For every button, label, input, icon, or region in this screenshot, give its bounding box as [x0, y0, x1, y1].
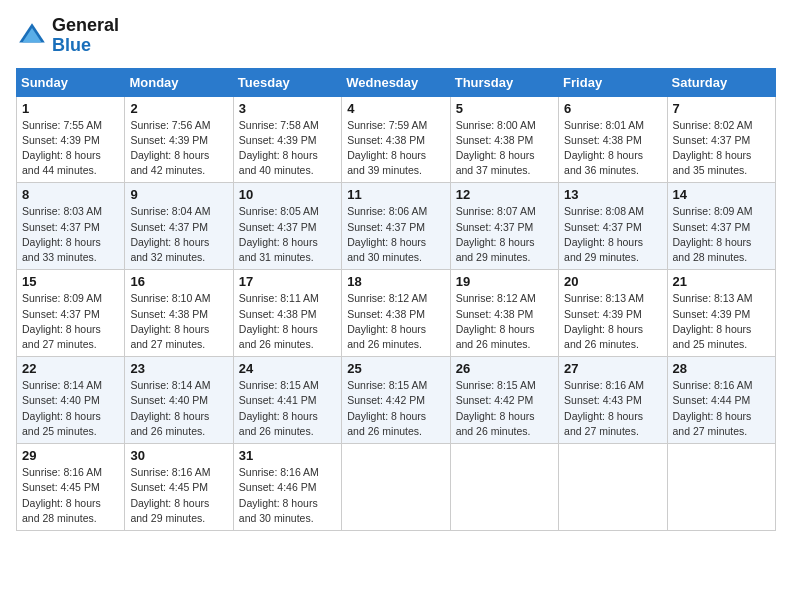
calendar-cell: 30Sunrise: 8:16 AMSunset: 4:45 PMDayligh…: [125, 444, 233, 531]
day-info: Sunrise: 8:07 AMSunset: 4:37 PMDaylight:…: [456, 205, 536, 263]
calendar-cell: 25Sunrise: 8:15 AMSunset: 4:42 PMDayligh…: [342, 357, 450, 444]
calendar-cell: 9Sunrise: 8:04 AMSunset: 4:37 PMDaylight…: [125, 183, 233, 270]
day-info: Sunrise: 7:55 AMSunset: 4:39 PMDaylight:…: [22, 119, 102, 177]
calendar-cell: 7Sunrise: 8:02 AMSunset: 4:37 PMDaylight…: [667, 96, 775, 183]
calendar-cell: 10Sunrise: 8:05 AMSunset: 4:37 PMDayligh…: [233, 183, 341, 270]
calendar-body: 1Sunrise: 7:55 AMSunset: 4:39 PMDaylight…: [17, 96, 776, 530]
day-info: Sunrise: 8:11 AMSunset: 4:38 PMDaylight:…: [239, 292, 319, 350]
day-number: 4: [347, 101, 444, 116]
day-number: 18: [347, 274, 444, 289]
calendar-cell: 18Sunrise: 8:12 AMSunset: 4:38 PMDayligh…: [342, 270, 450, 357]
day-number: 2: [130, 101, 227, 116]
day-info: Sunrise: 8:06 AMSunset: 4:37 PMDaylight:…: [347, 205, 427, 263]
day-number: 6: [564, 101, 661, 116]
day-info: Sunrise: 7:58 AMSunset: 4:39 PMDaylight:…: [239, 119, 319, 177]
calendar-cell: 19Sunrise: 8:12 AMSunset: 4:38 PMDayligh…: [450, 270, 558, 357]
day-info: Sunrise: 8:16 AMSunset: 4:45 PMDaylight:…: [130, 466, 210, 524]
dow-header: Saturday: [667, 68, 775, 96]
day-number: 29: [22, 448, 119, 463]
logo: General Blue: [16, 16, 119, 56]
calendar-cell: 1Sunrise: 7:55 AMSunset: 4:39 PMDaylight…: [17, 96, 125, 183]
day-info: Sunrise: 8:03 AMSunset: 4:37 PMDaylight:…: [22, 205, 102, 263]
day-info: Sunrise: 8:09 AMSunset: 4:37 PMDaylight:…: [22, 292, 102, 350]
week-row: 22Sunrise: 8:14 AMSunset: 4:40 PMDayligh…: [17, 357, 776, 444]
calendar-cell: 14Sunrise: 8:09 AMSunset: 4:37 PMDayligh…: [667, 183, 775, 270]
week-row: 29Sunrise: 8:16 AMSunset: 4:45 PMDayligh…: [17, 444, 776, 531]
day-info: Sunrise: 8:16 AMSunset: 4:44 PMDaylight:…: [673, 379, 753, 437]
calendar-cell: [450, 444, 558, 531]
day-info: Sunrise: 8:14 AMSunset: 4:40 PMDaylight:…: [130, 379, 210, 437]
day-number: 9: [130, 187, 227, 202]
calendar-table: SundayMondayTuesdayWednesdayThursdayFrid…: [16, 68, 776, 531]
day-number: 10: [239, 187, 336, 202]
calendar-cell: [667, 444, 775, 531]
day-info: Sunrise: 8:05 AMSunset: 4:37 PMDaylight:…: [239, 205, 319, 263]
day-number: 25: [347, 361, 444, 376]
day-info: Sunrise: 8:16 AMSunset: 4:43 PMDaylight:…: [564, 379, 644, 437]
day-info: Sunrise: 8:00 AMSunset: 4:38 PMDaylight:…: [456, 119, 536, 177]
calendar-cell: 6Sunrise: 8:01 AMSunset: 4:38 PMDaylight…: [559, 96, 667, 183]
dow-header: Friday: [559, 68, 667, 96]
day-number: 30: [130, 448, 227, 463]
day-of-week-row: SundayMondayTuesdayWednesdayThursdayFrid…: [17, 68, 776, 96]
day-info: Sunrise: 8:04 AMSunset: 4:37 PMDaylight:…: [130, 205, 210, 263]
calendar-cell: 26Sunrise: 8:15 AMSunset: 4:42 PMDayligh…: [450, 357, 558, 444]
dow-header: Thursday: [450, 68, 558, 96]
day-info: Sunrise: 7:59 AMSunset: 4:38 PMDaylight:…: [347, 119, 427, 177]
logo-icon: [16, 20, 48, 52]
day-number: 5: [456, 101, 553, 116]
calendar-cell: 16Sunrise: 8:10 AMSunset: 4:38 PMDayligh…: [125, 270, 233, 357]
dow-header: Wednesday: [342, 68, 450, 96]
day-info: Sunrise: 8:15 AMSunset: 4:42 PMDaylight:…: [347, 379, 427, 437]
day-info: Sunrise: 8:12 AMSunset: 4:38 PMDaylight:…: [456, 292, 536, 350]
day-number: 20: [564, 274, 661, 289]
day-number: 14: [673, 187, 770, 202]
calendar-cell: 12Sunrise: 8:07 AMSunset: 4:37 PMDayligh…: [450, 183, 558, 270]
day-number: 27: [564, 361, 661, 376]
day-number: 26: [456, 361, 553, 376]
day-info: Sunrise: 8:15 AMSunset: 4:42 PMDaylight:…: [456, 379, 536, 437]
week-row: 8Sunrise: 8:03 AMSunset: 4:37 PMDaylight…: [17, 183, 776, 270]
logo-text: General Blue: [52, 16, 119, 56]
day-number: 12: [456, 187, 553, 202]
day-number: 28: [673, 361, 770, 376]
day-number: 11: [347, 187, 444, 202]
day-number: 8: [22, 187, 119, 202]
calendar-cell: 11Sunrise: 8:06 AMSunset: 4:37 PMDayligh…: [342, 183, 450, 270]
calendar-cell: 2Sunrise: 7:56 AMSunset: 4:39 PMDaylight…: [125, 96, 233, 183]
day-number: 31: [239, 448, 336, 463]
week-row: 1Sunrise: 7:55 AMSunset: 4:39 PMDaylight…: [17, 96, 776, 183]
day-info: Sunrise: 8:09 AMSunset: 4:37 PMDaylight:…: [673, 205, 753, 263]
day-number: 16: [130, 274, 227, 289]
calendar-cell: 20Sunrise: 8:13 AMSunset: 4:39 PMDayligh…: [559, 270, 667, 357]
day-info: Sunrise: 8:01 AMSunset: 4:38 PMDaylight:…: [564, 119, 644, 177]
day-info: Sunrise: 7:56 AMSunset: 4:39 PMDaylight:…: [130, 119, 210, 177]
day-info: Sunrise: 8:12 AMSunset: 4:38 PMDaylight:…: [347, 292, 427, 350]
calendar-cell: 28Sunrise: 8:16 AMSunset: 4:44 PMDayligh…: [667, 357, 775, 444]
header: General Blue: [16, 16, 776, 56]
day-number: 24: [239, 361, 336, 376]
calendar-cell: 22Sunrise: 8:14 AMSunset: 4:40 PMDayligh…: [17, 357, 125, 444]
day-info: Sunrise: 8:10 AMSunset: 4:38 PMDaylight:…: [130, 292, 210, 350]
day-number: 7: [673, 101, 770, 116]
calendar-cell: 24Sunrise: 8:15 AMSunset: 4:41 PMDayligh…: [233, 357, 341, 444]
calendar-cell: 3Sunrise: 7:58 AMSunset: 4:39 PMDaylight…: [233, 96, 341, 183]
day-info: Sunrise: 8:13 AMSunset: 4:39 PMDaylight:…: [673, 292, 753, 350]
calendar-cell: 5Sunrise: 8:00 AMSunset: 4:38 PMDaylight…: [450, 96, 558, 183]
calendar-cell: [559, 444, 667, 531]
day-number: 19: [456, 274, 553, 289]
day-number: 3: [239, 101, 336, 116]
week-row: 15Sunrise: 8:09 AMSunset: 4:37 PMDayligh…: [17, 270, 776, 357]
calendar-cell: 23Sunrise: 8:14 AMSunset: 4:40 PMDayligh…: [125, 357, 233, 444]
calendar-cell: 4Sunrise: 7:59 AMSunset: 4:38 PMDaylight…: [342, 96, 450, 183]
calendar-cell: [342, 444, 450, 531]
dow-header: Tuesday: [233, 68, 341, 96]
calendar-cell: 8Sunrise: 8:03 AMSunset: 4:37 PMDaylight…: [17, 183, 125, 270]
day-info: Sunrise: 8:08 AMSunset: 4:37 PMDaylight:…: [564, 205, 644, 263]
calendar-cell: 13Sunrise: 8:08 AMSunset: 4:37 PMDayligh…: [559, 183, 667, 270]
day-number: 23: [130, 361, 227, 376]
day-number: 22: [22, 361, 119, 376]
day-number: 21: [673, 274, 770, 289]
calendar-cell: 27Sunrise: 8:16 AMSunset: 4:43 PMDayligh…: [559, 357, 667, 444]
day-info: Sunrise: 8:16 AMSunset: 4:45 PMDaylight:…: [22, 466, 102, 524]
